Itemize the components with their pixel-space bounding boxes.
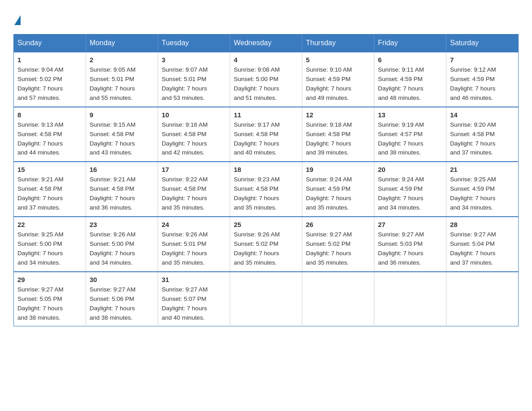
daylight-label: Daylight: 7 hours — [378, 140, 423, 147]
day-number: 27 — [378, 221, 442, 228]
daylight-minutes: and 48 minutes. — [378, 94, 421, 101]
day-info: Sunrise: 9:05 AM Sunset: 5:01 PM Dayligh… — [90, 65, 154, 103]
daylight-minutes: and 40 minutes. — [162, 314, 205, 321]
daylight-label: Daylight: 7 hours — [306, 140, 351, 147]
logo-triangle-icon — [14, 15, 21, 25]
sunset-label: Sunset: 5:05 PM — [17, 295, 62, 302]
calendar-cell: 21 Sunrise: 9:25 AM Sunset: 4:59 PM Dayl… — [446, 162, 519, 217]
sunrise-label: Sunrise: 9:25 AM — [17, 231, 64, 238]
weekday-header-monday: Monday — [86, 34, 158, 52]
daylight-label: Daylight: 7 hours — [450, 195, 495, 201]
day-number: 2 — [90, 56, 154, 64]
weekday-header-thursday: Thursday — [302, 34, 374, 52]
daylight-label: Daylight: 7 hours — [17, 85, 63, 92]
sunset-label: Sunset: 4:59 PM — [450, 185, 495, 192]
daylight-minutes: and 51 minutes. — [234, 94, 277, 101]
sunset-label: Sunset: 5:01 PM — [162, 240, 206, 247]
sunset-label: Sunset: 5:03 PM — [378, 240, 423, 247]
sunrise-label: Sunrise: 9:27 AM — [378, 231, 424, 238]
day-number: 31 — [162, 276, 226, 283]
calendar-cell: 4 Sunrise: 9:08 AM Sunset: 5:00 PM Dayli… — [230, 52, 302, 107]
calendar-cell: 20 Sunrise: 9:24 AM Sunset: 4:59 PM Dayl… — [374, 162, 446, 217]
day-info: Sunrise: 9:26 AM Sunset: 5:02 PM Dayligh… — [234, 230, 298, 268]
daylight-label: Daylight: 7 hours — [306, 195, 351, 201]
sunrise-label: Sunrise: 9:12 AM — [450, 66, 496, 73]
calendar-cell — [374, 272, 446, 326]
daylight-minutes: and 35 minutes. — [234, 204, 277, 211]
day-number: 24 — [162, 221, 226, 228]
sunrise-label: Sunrise: 9:27 AM — [450, 231, 496, 238]
day-info: Sunrise: 9:25 AM Sunset: 5:00 PM Dayligh… — [17, 230, 82, 268]
daylight-label: Daylight: 7 hours — [378, 85, 423, 92]
sunset-label: Sunset: 4:58 PM — [234, 131, 279, 137]
day-number: 23 — [90, 221, 154, 228]
sunset-label: Sunset: 5:02 PM — [17, 76, 62, 82]
day-info: Sunrise: 9:26 AM Sunset: 5:00 PM Dayligh… — [90, 230, 154, 268]
sunrise-label: Sunrise: 9:24 AM — [378, 176, 424, 183]
sunrise-label: Sunrise: 9:24 AM — [306, 176, 352, 183]
calendar-week-row: 22 Sunrise: 9:25 AM Sunset: 5:00 PM Dayl… — [14, 217, 519, 272]
day-info: Sunrise: 9:07 AM Sunset: 5:01 PM Dayligh… — [162, 65, 226, 103]
sunset-label: Sunset: 4:58 PM — [306, 131, 351, 137]
day-info: Sunrise: 9:19 AM Sunset: 4:57 PM Dayligh… — [378, 120, 442, 158]
weekday-header-wednesday: Wednesday — [230, 34, 302, 52]
daylight-label: Daylight: 7 hours — [234, 140, 279, 147]
sunrise-label: Sunrise: 9:11 AM — [378, 66, 424, 73]
sunrise-label: Sunrise: 9:08 AM — [234, 66, 280, 73]
day-info: Sunrise: 9:08 AM Sunset: 5:00 PM Dayligh… — [234, 65, 298, 103]
daylight-label: Daylight: 7 hours — [90, 250, 135, 257]
daylight-label: Daylight: 7 hours — [90, 195, 135, 201]
day-info: Sunrise: 9:17 AM Sunset: 4:58 PM Dayligh… — [234, 120, 298, 158]
sunrise-label: Sunrise: 9:27 AM — [306, 231, 352, 238]
day-number: 15 — [17, 166, 82, 173]
calendar-cell: 1 Sunrise: 9:04 AM Sunset: 5:02 PM Dayli… — [14, 52, 86, 107]
sunrise-label: Sunrise: 9:27 AM — [17, 286, 64, 293]
sunrise-label: Sunrise: 9:26 AM — [90, 231, 136, 238]
sunset-label: Sunset: 5:02 PM — [306, 240, 351, 247]
sunset-label: Sunset: 5:00 PM — [17, 240, 62, 247]
daylight-label: Daylight: 7 hours — [234, 195, 279, 201]
calendar-cell: 28 Sunrise: 9:27 AM Sunset: 5:04 PM Dayl… — [446, 217, 519, 272]
sunset-label: Sunset: 4:59 PM — [378, 185, 423, 192]
calendar-cell: 10 Sunrise: 9:16 AM Sunset: 4:58 PM Dayl… — [158, 107, 230, 162]
daylight-label: Daylight: 7 hours — [450, 140, 495, 147]
weekday-header-tuesday: Tuesday — [158, 34, 230, 52]
sunrise-label: Sunrise: 9:16 AM — [162, 121, 208, 128]
day-number: 10 — [162, 111, 226, 119]
sunset-label: Sunset: 4:58 PM — [90, 131, 134, 137]
daylight-minutes: and 46 minutes. — [450, 94, 493, 101]
daylight-label: Daylight: 7 hours — [306, 250, 351, 257]
daylight-minutes: and 35 minutes. — [306, 204, 349, 211]
logo — [13, 13, 21, 25]
day-info: Sunrise: 9:27 AM Sunset: 5:03 PM Dayligh… — [378, 230, 442, 268]
calendar-cell: 27 Sunrise: 9:27 AM Sunset: 5:03 PM Dayl… — [374, 217, 446, 272]
day-info: Sunrise: 9:27 AM Sunset: 5:07 PM Dayligh… — [162, 285, 226, 323]
calendar-week-row: 15 Sunrise: 9:21 AM Sunset: 4:58 PM Dayl… — [14, 162, 519, 217]
daylight-label: Daylight: 7 hours — [162, 195, 207, 201]
sunrise-label: Sunrise: 9:17 AM — [234, 121, 280, 128]
daylight-minutes: and 34 minutes. — [90, 259, 133, 266]
daylight-label: Daylight: 7 hours — [162, 250, 207, 257]
sunset-label: Sunset: 5:00 PM — [234, 76, 279, 82]
weekday-header-sunday: Sunday — [14, 34, 86, 52]
sunset-label: Sunset: 4:58 PM — [17, 131, 62, 137]
sunrise-label: Sunrise: 9:27 AM — [90, 286, 136, 293]
day-number: 22 — [17, 221, 82, 228]
day-info: Sunrise: 9:24 AM Sunset: 4:59 PM Dayligh… — [378, 175, 442, 213]
weekday-header-saturday: Saturday — [446, 34, 519, 52]
sunset-label: Sunset: 5:02 PM — [234, 240, 279, 247]
day-info: Sunrise: 9:13 AM Sunset: 4:58 PM Dayligh… — [17, 120, 82, 158]
calendar-cell: 24 Sunrise: 9:26 AM Sunset: 5:01 PM Dayl… — [158, 217, 230, 272]
calendar-header-row: SundayMondayTuesdayWednesdayThursdayFrid… — [14, 34, 519, 52]
day-number: 8 — [17, 111, 82, 119]
calendar-week-row: 1 Sunrise: 9:04 AM Sunset: 5:02 PM Dayli… — [14, 52, 519, 107]
day-number: 20 — [378, 166, 442, 173]
daylight-label: Daylight: 7 hours — [17, 195, 63, 201]
day-info: Sunrise: 9:20 AM Sunset: 4:58 PM Dayligh… — [450, 120, 515, 158]
calendar-cell: 29 Sunrise: 9:27 AM Sunset: 5:05 PM Dayl… — [14, 272, 86, 326]
day-number: 29 — [17, 276, 82, 283]
calendar-week-row: 8 Sunrise: 9:13 AM Sunset: 4:58 PM Dayli… — [14, 107, 519, 162]
calendar-cell: 26 Sunrise: 9:27 AM Sunset: 5:02 PM Dayl… — [302, 217, 374, 272]
daylight-minutes: and 34 minutes. — [450, 204, 493, 211]
sunrise-label: Sunrise: 9:20 AM — [450, 121, 496, 128]
